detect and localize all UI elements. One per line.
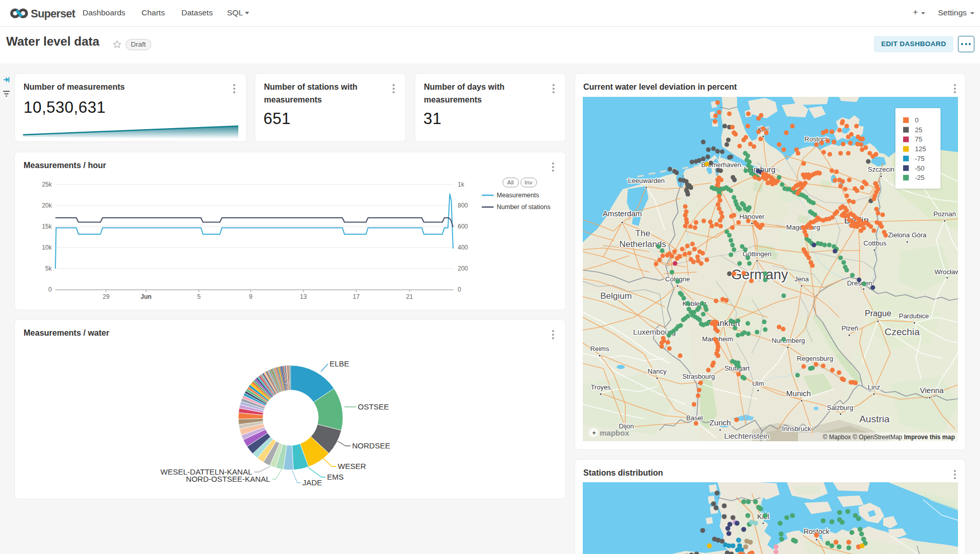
svg-text:WESER: WESER [338,462,366,470]
svg-text:Plzeň: Plzeň [842,324,859,332]
svg-text:Czechia: Czechia [885,326,920,337]
svg-text:WESEL-DATTELN-KANAL: WESEL-DATTELN-KANAL [160,467,252,476]
svg-text:10k: 10k [42,244,52,251]
svg-text:Ulm: Ulm [752,380,764,387]
svg-text:Jena: Jena [794,275,809,283]
svg-text:Cottbus: Cottbus [864,239,887,247]
svg-text:Inv: Inv [524,179,533,186]
svg-text:29: 29 [103,293,110,300]
svg-text:Szczecin: Szczecin [868,166,894,173]
svg-text:-50: -50 [915,165,925,172]
svg-text:Reims: Reims [590,345,609,353]
svg-text:Nancy: Nancy [648,367,667,375]
svg-text:Number of stations: Number of stations [497,203,550,211]
svg-text:15k: 15k [42,223,52,230]
svg-text:Superset: Superset [31,8,75,20]
svg-text:600: 600 [458,223,468,230]
svg-text:Pardubice: Pardubice [899,312,929,320]
svg-text:Measurements: Measurements [497,192,539,199]
svg-text:Vienna: Vienna [920,386,944,395]
svg-text:5: 5 [197,293,201,300]
svg-text:0: 0 [48,286,52,293]
svg-text:mapbox: mapbox [600,428,629,437]
svg-text:9: 9 [249,293,253,300]
svg-text:0: 0 [915,116,918,124]
svg-text:All: All [507,179,514,186]
svg-text:Zurich: Zurich [709,418,731,427]
svg-text:125: 125 [915,145,926,153]
svg-text:5k: 5k [45,265,52,272]
svg-text:OSTSEE: OSTSEE [358,402,389,411]
svg-text:Troyes: Troyes [590,383,611,391]
svg-text:Wrocław: Wrocław [934,268,958,276]
svg-text:1k: 1k [458,181,465,188]
svg-text:ELBE: ELBE [330,359,349,368]
svg-text:The: The [635,229,650,238]
svg-text:Basel: Basel [686,414,703,422]
svg-text:Strasbourg: Strasbourg [682,373,715,380]
svg-text:Linz: Linz [868,383,880,391]
svg-text:Germany: Germany [731,267,788,282]
svg-text:Prague: Prague [865,309,891,318]
svg-text:EMS: EMS [327,473,344,481]
svg-text:Jun: Jun [140,293,151,300]
svg-text:Poznań: Poznań [933,210,956,218]
svg-text:17: 17 [353,293,360,300]
svg-text:200: 200 [458,265,468,272]
svg-text:Leeuwarden: Leeuwarden [628,177,665,184]
svg-text:21: 21 [406,293,413,300]
svg-text:© Mapbox © OpenStreetMap Impro: © Mapbox © OpenStreetMap Improve this ma… [823,434,955,441]
svg-text:Innsbruck: Innsbruck [782,425,811,433]
svg-text:Munich: Munich [786,389,811,398]
svg-text:-25: -25 [915,174,925,181]
svg-text:Rostock: Rostock [805,135,829,143]
svg-text:Belgium: Belgium [600,291,631,301]
svg-text:Regensburg: Regensburg [797,355,833,362]
svg-text:-75: -75 [915,155,925,162]
svg-text:13: 13 [300,293,307,300]
svg-text:Austria: Austria [859,414,890,424]
svg-text:Liechtenstein: Liechtenstein [724,432,769,440]
svg-text:400: 400 [458,244,468,251]
svg-text:75: 75 [915,135,922,143]
svg-text:20k: 20k [42,202,52,209]
svg-text:25: 25 [915,126,922,134]
svg-text:Salzburg: Salzburg [827,404,853,412]
svg-text:Nuremberg: Nuremberg [771,337,805,344]
svg-text:800: 800 [458,202,468,209]
svg-text:Amsterdam: Amsterdam [603,209,642,218]
svg-text:✦: ✦ [591,429,597,437]
svg-text:Zielona Góra: Zielona Góra [888,231,927,239]
svg-text:25k: 25k [42,181,52,188]
svg-text:0: 0 [458,286,461,293]
svg-text:JADE: JADE [302,478,322,487]
svg-text:NORDSEE: NORDSEE [352,441,390,450]
svg-text:Hanover: Hanover [739,213,765,220]
